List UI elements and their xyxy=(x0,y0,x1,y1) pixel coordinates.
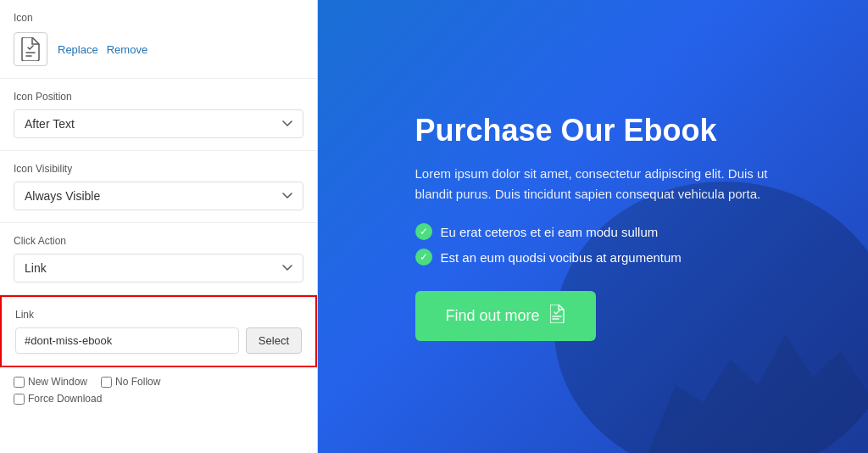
feature-text-1: Eu erat ceteros et ei eam modu sullum xyxy=(441,225,659,239)
icon-row: Replace Remove xyxy=(14,32,303,66)
force-download-label[interactable]: Force Download xyxy=(14,393,102,405)
click-action-section: Click Action Link None xyxy=(0,223,317,295)
select-button[interactable]: Select xyxy=(246,327,302,354)
icon-visibility-section: Icon Visibility Always Visible Hide on M… xyxy=(0,151,317,223)
card-description: Lorem ipsum dolor sit amet, consectetur … xyxy=(415,164,771,204)
icon-actions: Replace Remove xyxy=(58,43,147,56)
icon-section: Icon Replace Remove xyxy=(0,0,317,79)
click-action-label: Click Action xyxy=(14,235,303,247)
card-title: Purchase Our Ebook xyxy=(415,112,771,148)
preview-panel: Purchase Our Ebook Lorem ipsum dolor sit… xyxy=(318,0,868,453)
click-action-select[interactable]: Link None xyxy=(14,254,303,282)
checkbox-row-1: New Window No Follow xyxy=(14,376,303,388)
no-follow-label[interactable]: No Follow xyxy=(101,376,160,388)
replace-link[interactable]: Replace xyxy=(58,43,98,56)
feature-item-2: ✓ Est an eum quodsi vocibus at argumentu… xyxy=(415,249,771,266)
icon-position-section: Icon Position After Text Before Text xyxy=(0,79,317,151)
new-window-checkbox[interactable] xyxy=(14,377,25,388)
icon-visibility-select[interactable]: Always Visible Hide on Mobile xyxy=(14,182,303,210)
link-label: Link xyxy=(15,309,302,321)
settings-panel: Icon Replace Remove Icon Position After … xyxy=(0,0,318,453)
no-follow-checkbox[interactable] xyxy=(101,377,112,388)
icon-position-select[interactable]: After Text Before Text xyxy=(14,109,303,138)
link-input[interactable] xyxy=(15,327,239,354)
link-section: Link Select xyxy=(0,295,317,367)
cta-button[interactable]: Find out more xyxy=(415,291,596,341)
link-input-row: Select xyxy=(15,327,302,354)
force-download-checkbox[interactable] xyxy=(14,394,25,405)
icon-section-label: Icon xyxy=(14,12,303,24)
icon-position-label: Icon Position xyxy=(14,91,303,103)
feature-item-1: ✓ Eu erat ceteros et ei eam modu sullum xyxy=(415,223,771,240)
icon-preview xyxy=(14,32,47,66)
check-icon-2: ✓ xyxy=(415,249,432,266)
cta-file-icon xyxy=(550,305,565,327)
cta-label: Find out more xyxy=(446,307,540,325)
feature-text-2: Est an eum quodsi vocibus at argumentum xyxy=(441,250,682,265)
new-window-label[interactable]: New Window xyxy=(14,376,87,388)
checkbox-row-2: Force Download xyxy=(14,393,303,405)
remove-link[interactable]: Remove xyxy=(107,43,147,56)
check-icon-1: ✓ xyxy=(415,223,432,240)
content-card: Purchase Our Ebook Lorem ipsum dolor sit… xyxy=(381,78,805,375)
checkbox-section: New Window No Follow Force Download xyxy=(0,367,317,413)
icon-visibility-label: Icon Visibility xyxy=(14,163,303,175)
feature-list: ✓ Eu erat ceteros et ei eam modu sullum … xyxy=(415,223,771,266)
